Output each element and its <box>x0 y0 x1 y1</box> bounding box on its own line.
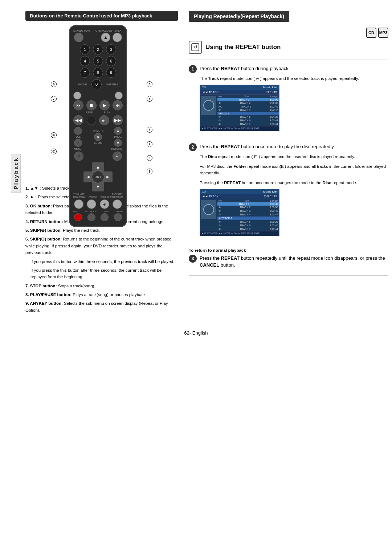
using-repeat-title: Using the REPEAT button <box>205 44 281 51</box>
stop-button[interactable]: ⏹ <box>86 100 97 110</box>
svg-text:↺: ↺ <box>193 44 197 50</box>
num-7-button[interactable]: 7 <box>80 68 90 78</box>
step-2-number: 2 <box>189 143 197 151</box>
step-3-block: To return to normal playback 3 Press the… <box>189 248 388 269</box>
disc-menu-button[interactable] <box>74 199 83 209</box>
num-5-button[interactable]: 5 <box>93 56 103 66</box>
num-1-button[interactable]: 1 <box>80 44 90 54</box>
playback-sidebar-label: Playback <box>11 154 21 193</box>
num-9-button[interactable]: 9 <box>106 68 116 78</box>
pause-button[interactable] <box>87 116 96 125</box>
subtitle-button[interactable] <box>115 92 123 100</box>
vol-up-button[interactable]: + <box>74 127 82 135</box>
step-button[interactable]: ⏭| <box>99 115 109 125</box>
num-0-button[interactable]: 0 <box>91 79 102 89</box>
ok-button[interactable]: OK⊕ <box>91 170 105 183</box>
left-section-header: Buttons on the Remote Control used for M… <box>25 11 178 21</box>
rec-mode-button[interactable] <box>87 213 95 221</box>
prog-down-button[interactable]: ∨ <box>114 139 122 147</box>
cd2-footer: ● PLAY MODE ◄► MOVE ⊕ OK ↩ RETURN ⊠ EXIT <box>200 231 279 236</box>
prog-up-button[interactable]: ∧ <box>114 127 122 135</box>
step-2-block: 2 Press the REPEAT button once more to p… <box>189 143 388 236</box>
annotation-4-circle: 4 <box>147 127 152 133</box>
rec-button[interactable] <box>74 213 82 221</box>
rewind-button[interactable]: ◀◀ <box>73 115 83 125</box>
play-button[interactable]: ▶ <box>99 100 110 110</box>
annotation-1b-circle: ① <box>51 149 57 154</box>
cd2-track1-selected: ① TRACK 1 <box>217 217 279 220</box>
prev-chapter-button[interactable]: ⏮ <box>73 100 83 110</box>
vol-down-button[interactable]: − <box>74 139 82 147</box>
annotation-7-circle: 7 <box>51 96 57 102</box>
step-1-block: 1 Press the REPEAT button during playbac… <box>189 65 388 131</box>
cancel-title-button[interactable]: ⊘ <box>100 199 109 209</box>
cd1-track1-active: TRACK 13:00:00 <box>217 98 279 101</box>
num-6-button[interactable]: 6 <box>106 56 116 66</box>
page-footer: 62- English <box>184 330 208 336</box>
open-close-button[interactable]: ▲ <box>101 33 110 42</box>
repeat-icon-box: ↺ <box>189 41 202 54</box>
standby-button[interactable] <box>74 33 83 42</box>
to-return-label: To return to normal playback <box>189 248 388 252</box>
next-chapter-button[interactable]: ⏭ <box>113 100 123 110</box>
extra-button[interactable] <box>113 199 122 209</box>
cd2-track1-active: TRACK 13:00:30 <box>217 202 279 206</box>
step-3-number: 3 <box>189 255 197 263</box>
num-3-button[interactable]: 3 <box>106 44 116 54</box>
annotation-9-circle: 9 <box>147 169 152 174</box>
annotation-3-circle: 3 <box>147 155 152 161</box>
fast-forward-button[interactable]: ▶▶ <box>113 115 123 125</box>
right-section-header: Playing Repeatedly(Repeat Playback) <box>189 11 289 22</box>
annotation-6-circle: 6 <box>51 81 57 87</box>
tv-dvd-button[interactable] <box>73 92 81 100</box>
timer-button[interactable] <box>114 213 122 221</box>
num-8-button[interactable]: 8 <box>93 68 103 78</box>
cd1-track1-selected: TRACK 1 <box>217 112 279 115</box>
cd-icon: CD <box>366 28 376 38</box>
annotation-8-circle: 8 <box>147 96 152 102</box>
num-4-button[interactable]: 4 <box>80 56 90 66</box>
menu-button[interactable]: ☰ <box>74 151 83 161</box>
cd1-footer: ● PLAY MODE ◄► MOVE ⊕ OK ↩ RETURN ⊠ EXIT <box>200 126 279 131</box>
annotation-2-circle: 2 <box>147 141 152 147</box>
anykey-button[interactable] <box>87 199 96 209</box>
mute-button[interactable]: ✕ <box>94 133 102 141</box>
step-1-number: 1 <box>189 65 197 73</box>
repeat-button[interactable] <box>113 33 122 42</box>
info-button[interactable] <box>101 213 109 221</box>
num-2-button[interactable]: 2 <box>93 44 103 54</box>
annotation-1-circle: ① <box>51 132 57 138</box>
mp3-icon: MP3 <box>378 28 388 38</box>
return-button[interactable]: ↩ <box>113 151 122 161</box>
annotation-5-circle: 5 <box>147 81 152 87</box>
